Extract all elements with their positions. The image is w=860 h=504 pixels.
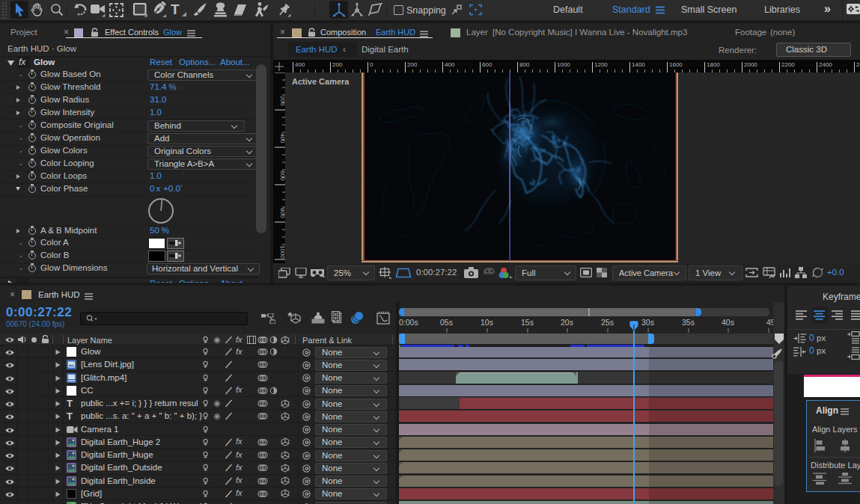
svg-text:2400: 2400 (819, 61, 832, 68)
svg-text:1000: 1000 (557, 61, 570, 68)
svg-text:400: 400 (445, 61, 455, 68)
svg-text:600: 600 (482, 61, 492, 68)
svg-text:400: 400 (295, 61, 305, 68)
svg-text:800: 800 (519, 61, 530, 68)
svg-text:2000: 2000 (744, 61, 757, 68)
svg-text:800: 800 (279, 208, 286, 218)
svg-text:0: 0 (370, 61, 373, 68)
svg-text:1800: 1800 (707, 61, 720, 68)
svg-text:1400: 1400 (632, 61, 645, 68)
svg-text:2600: 2600 (856, 61, 860, 68)
svg-text:1200: 1200 (594, 61, 608, 68)
svg-text:200: 200 (279, 96, 286, 106)
svg-text:200: 200 (332, 61, 343, 68)
svg-text:1000: 1000 (279, 245, 286, 259)
svg-text:400: 400 (279, 133, 286, 144)
svg-text:600: 600 (279, 170, 286, 181)
svg-text:1600: 1600 (669, 61, 683, 68)
svg-text:200: 200 (407, 61, 418, 68)
svg-text:2200: 2200 (781, 61, 795, 68)
